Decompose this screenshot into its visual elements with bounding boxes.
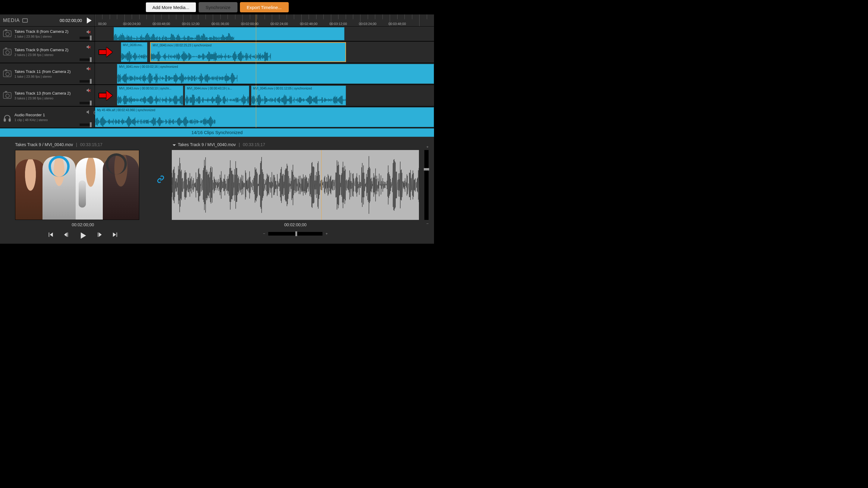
disclosure-icon[interactable] (172, 143, 177, 149)
track-name: Takes Track 8 (from Camera 2) (14, 29, 92, 34)
step-back-button[interactable] (63, 231, 70, 241)
skip-start-button[interactable] (47, 231, 54, 241)
link-icon[interactable] (157, 175, 166, 184)
preview-right-info: Takes Track 9 / MVI_0040.mov | 00:33:15;… (172, 142, 419, 147)
track-lane[interactable] (95, 27, 434, 41)
clip[interactable]: MVI_0039.mo.. (121, 42, 148, 62)
mute-button[interactable]: ✕ (86, 29, 92, 36)
annotation-arrow-icon (98, 93, 107, 98)
camera-icon (3, 49, 11, 56)
clip-label: MVI_0039.mo.. (123, 43, 144, 47)
track-name: Audio Recorder 1 (14, 113, 92, 117)
clip[interactable]: My 45 48k.aif | 00:02:43.960 | synchroni… (95, 107, 434, 127)
volume-slider[interactable] (80, 124, 92, 126)
clip-label: MVI_0041.mov | 00:03:02;16 | synchronize… (119, 65, 178, 68)
track-header[interactable]: Takes Track 11 (from Camera 2)1 take | 2… (0, 63, 95, 84)
clip-label: My 45 48k.aif | 00:02:43.960 | synchroni… (97, 108, 155, 112)
track-header[interactable]: Takes Track 8 (from Camera 2)1 take | 23… (0, 27, 95, 41)
media-label: MEDIA (3, 18, 20, 23)
track-meta: 3 takes | 23.98 fps | stereo (14, 96, 92, 100)
mute-button[interactable]: ✕ (86, 66, 92, 73)
svg-rect-1 (9, 119, 10, 121)
track-row: Audio Recorder 11 clip | 48 KHz | stereo… (0, 107, 434, 128)
top-toolbar: Add More Media... Synchronize Export Tim… (0, 0, 434, 14)
vertical-zoom-slider[interactable] (424, 150, 429, 220)
preview-panel: Takes Track 9 / MVI_0040.mov | 00:33:15;… (0, 137, 434, 244)
tracks-panel: Takes Track 8 (from Camera 2)1 take | 23… (0, 27, 434, 128)
camera-icon (3, 30, 11, 37)
track-row: Takes Track 11 (from Camera 2)1 take | 2… (0, 63, 434, 85)
clip[interactable]: MVI_0041.mov | 00:03:02;16 | synchronize… (117, 64, 434, 84)
play-button[interactable] (79, 231, 87, 241)
zoom-in-button[interactable]: + (326, 231, 328, 236)
preview-right-title: Takes Track 9 / MVI_0040.mov (178, 142, 236, 147)
preview-left-title: Takes Track 9 / MVI_0040.mov (15, 142, 73, 147)
track-header[interactable]: Audio Recorder 11 clip | 48 KHz | stereo (0, 107, 95, 128)
transport-controls (15, 231, 151, 241)
track-header[interactable]: Takes Track 9 (from Camera 2)2 takes | 2… (0, 41, 95, 63)
master-play-button[interactable] (87, 18, 92, 24)
mute-button[interactable]: ✕ (86, 87, 92, 94)
clip[interactable]: MVI_0044.mov | 00:00:43;19 | s... (185, 86, 249, 105)
volume-slider[interactable] (80, 59, 92, 61)
volume-slider[interactable] (80, 102, 92, 104)
preview-left-tc: 00:33:15;17 (80, 142, 102, 147)
media-header: MEDIA 00:02:00;00 (0, 14, 95, 26)
preview-right-tc: 00:33:15;17 (243, 142, 265, 147)
camera-icon (3, 92, 11, 99)
track-name: Takes Track 13 (from Camera 2) (14, 91, 92, 96)
preview-left-info: Takes Track 9 / MVI_0040.mov | 00:33:15;… (15, 142, 151, 147)
mute-button[interactable] (86, 109, 92, 116)
time-ruler[interactable]: 00;0000:00:24;0000:00:48;0000:01:12;0000… (95, 14, 434, 26)
clip[interactable]: MVI_0040.mov | 00:02:25;23 | synchronize… (150, 42, 346, 62)
synchronize-button[interactable]: Synchronize (198, 2, 238, 12)
volume-slider[interactable] (80, 80, 92, 83)
clip-label: MVI_0044.mov | 00:00:43;19 | s... (187, 87, 232, 90)
track-name: Takes Track 9 (from Camera 2) (14, 47, 92, 52)
track-row: Takes Track 8 (from Camera 2)1 take | 23… (0, 27, 434, 41)
clip[interactable]: MVI_0045.mov | 00:01:12;05 | synchronize… (251, 86, 346, 105)
add-media-button[interactable]: Add More Media... (146, 2, 196, 12)
clip[interactable]: MVI_0043.mov | 00:00:50;10 | synchr... (117, 86, 183, 105)
svg-rect-0 (4, 119, 6, 121)
track-name: Takes Track 11 (from Camera 2) (14, 69, 92, 74)
preview-right-below-tc: 00:02:00;00 (172, 222, 419, 227)
step-fwd-button[interactable] (96, 231, 103, 241)
monitor-icon[interactable] (22, 19, 28, 23)
clip-label: MVI_0040.mov | 00:02:25;23 | synchronize… (153, 44, 211, 47)
waveform-detail[interactable]: + − (172, 150, 419, 220)
camera-icon (3, 70, 11, 77)
track-row: Takes Track 13 (from Camera 2)3 takes | … (0, 85, 434, 107)
master-timecode: 00:02:00;00 (30, 18, 82, 23)
media-header-row: MEDIA 00:02:00;00 00;0000:00:24;0000:00:… (0, 14, 434, 27)
headphones-icon (3, 114, 11, 121)
zoom-out-button[interactable]: − (263, 231, 265, 236)
video-preview[interactable] (15, 150, 139, 220)
track-lane[interactable]: MVI_0043.mov | 00:00:50;10 | synchr...MV… (95, 85, 434, 106)
mute-button[interactable]: ✕ (86, 44, 92, 51)
vzoom-minus[interactable]: − (426, 221, 429, 226)
track-lane[interactable]: MVI_0039.mo..MVI_0040.mov | 00:02:25;23 … (95, 41, 434, 63)
track-lane[interactable]: My 45 48k.aif | 00:02:43.960 | synchroni… (95, 107, 434, 128)
clip-label: MVI_0045.mov | 00:01:12;05 | synchronize… (253, 87, 312, 90)
track-lane[interactable]: MVI_0041.mov | 00:03:02;16 | synchronize… (95, 63, 434, 84)
horizontal-zoom-slider[interactable] (268, 232, 322, 235)
skip-end-button[interactable] (112, 231, 119, 241)
volume-slider[interactable] (80, 37, 92, 39)
preview-left-below-tc: 00:02:00;00 (15, 222, 151, 227)
track-meta: 2 takes | 23.98 fps | stereo (14, 53, 92, 57)
track-meta: 1 take | 23.98 fps | stereo (14, 75, 92, 78)
track-header[interactable]: Takes Track 13 (from Camera 2)3 takes | … (0, 85, 95, 106)
sync-status-bar: 14/16 Clips Synchronized (0, 128, 434, 137)
clip[interactable] (114, 27, 344, 40)
export-timeline-button[interactable]: Export Timeline... (240, 2, 289, 12)
track-row: Takes Track 9 (from Camera 2)2 takes | 2… (0, 41, 434, 63)
vzoom-plus[interactable]: + (426, 144, 429, 149)
track-meta: 1 clip | 48 KHz | stereo (14, 118, 92, 122)
annotation-arrow-icon (98, 50, 107, 55)
clip-label: MVI_0043.mov | 00:00:50;10 | synchr... (119, 87, 172, 90)
